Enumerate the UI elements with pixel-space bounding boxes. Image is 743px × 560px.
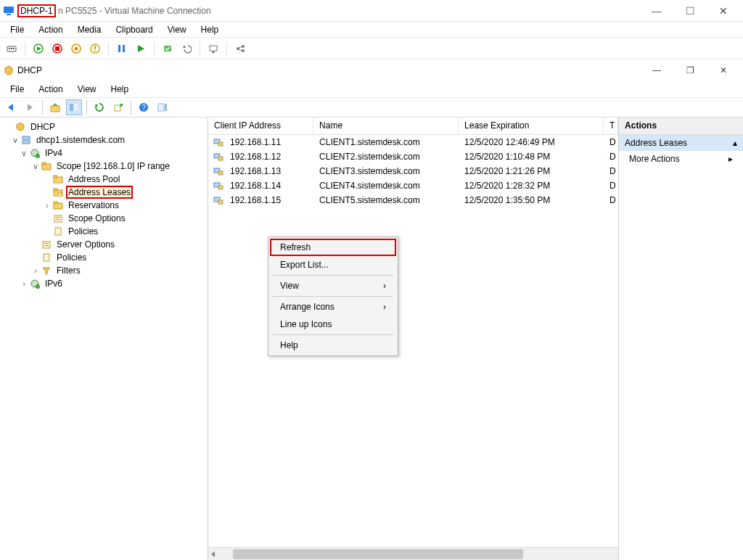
tree-address-leases[interactable]: Address Leases	[1, 186, 206, 199]
tree-pane[interactable]: DHCP ∨ dhcp1.sistemdesk.com ∨ IPv4 ∨ Sco…	[0, 118, 208, 560]
scroll-left-icon[interactable]	[208, 549, 218, 559]
scroll-thumb[interactable]	[233, 549, 523, 559]
cell-type: D	[604, 165, 618, 177]
cell-name: CLIENT5.sistemdesk.com	[313, 194, 459, 206]
ipv4-icon	[29, 147, 41, 159]
tree-server-options[interactable]: Server Options	[1, 238, 206, 251]
mmc-restore-button[interactable]: ❐	[673, 62, 707, 79]
vm-turnoff-icon[interactable]	[50, 41, 65, 56]
tree-filters[interactable]: › Filters	[1, 264, 206, 277]
show-hide-action-icon[interactable]	[155, 99, 171, 115]
svg-point-11	[75, 46, 78, 50]
svg-point-14	[94, 50, 96, 52]
tree-address-pool[interactable]: Address Pool	[1, 173, 206, 186]
horizontal-scrollbar[interactable]	[208, 547, 618, 560]
expander-icon[interactable]: ›	[42, 201, 52, 210]
svg-rect-15	[118, 45, 120, 52]
collapse-icon[interactable]: ▴	[733, 138, 737, 148]
expander-icon[interactable]: ∨	[30, 162, 41, 171]
col-lease-exp[interactable]: Lease Expiration	[459, 118, 604, 134]
ctx-lineup[interactable]: Line up Icons	[270, 316, 396, 333]
tree-policies-global[interactable]: Policies	[1, 251, 206, 264]
chevron-right-icon: ›	[383, 281, 386, 291]
refresh-icon[interactable]	[91, 99, 107, 115]
vm-revert-icon[interactable]	[179, 41, 194, 56]
svg-marker-28	[52, 103, 58, 106]
list-row[interactable]: 192.168.1.15CLIENT5.sistemdesk.com12/5/2…	[208, 193, 618, 207]
mmc-minimize-button[interactable]: —	[640, 62, 673, 79]
cell-name: CLIENT1.sistemdesk.com	[313, 136, 459, 148]
vm-reset-icon[interactable]	[134, 41, 148, 56]
cell-lease: 12/5/2020 1:21:26 PM	[459, 165, 604, 177]
list-row[interactable]: 192.168.1.11CLIENT1.sistemdesk.com12/5/2…	[208, 135, 618, 149]
actions-more[interactable]: More Actions ▸	[619, 151, 743, 167]
expander-icon[interactable]: ∨	[19, 149, 29, 158]
ctx-view[interactable]: View›	[270, 277, 396, 295]
vm-menu-view[interactable]: View	[162, 23, 192, 36]
mmc-menu-action[interactable]: Action	[33, 83, 68, 96]
vm-shutdown-icon[interactable]	[69, 41, 83, 56]
ctx-arrange[interactable]: Arrange Icons›	[270, 298, 396, 316]
col-name[interactable]: Name	[313, 118, 459, 134]
vm-start-icon[interactable]	[31, 41, 46, 56]
vm-checkpoint-icon[interactable]	[160, 41, 175, 56]
forward-icon[interactable]	[22, 99, 38, 115]
help-icon[interactable]: ?	[136, 99, 152, 115]
svg-rect-65	[218, 157, 223, 160]
vm-maximize-button[interactable]: ☐	[673, 0, 707, 22]
list-header: Client IP Address Name Lease Expiration …	[208, 118, 618, 135]
vm-minimize-button[interactable]: —	[640, 0, 673, 22]
expander-icon[interactable]: ∨	[10, 136, 20, 145]
tree-scope-options[interactable]: Scope Options	[1, 212, 206, 225]
col-type[interactable]: T	[604, 118, 618, 134]
vm-pause-icon[interactable]	[115, 41, 129, 56]
vm-menu-action[interactable]: Action	[33, 23, 68, 36]
up-icon[interactable]	[47, 99, 63, 115]
tree-server[interactable]: ∨ dhcp1.sistemdesk.com	[1, 133, 206, 147]
ctx-export[interactable]: Export List...	[270, 256, 396, 273]
lease-icon	[213, 165, 224, 177]
cell-ip: 192.168.1.11	[224, 136, 313, 148]
vm-menu-clipboard[interactable]: Clipboard	[110, 23, 158, 36]
list-row[interactable]: 192.168.1.13CLIENT3.sistemdesk.com12/5/2…	[208, 164, 618, 178]
expander-icon[interactable]: ›	[19, 279, 29, 288]
vm-save-icon[interactable]	[88, 41, 102, 56]
vm-enhanced-session-icon[interactable]	[206, 41, 221, 56]
ctx-help[interactable]: Help	[270, 337, 396, 354]
tree-policies[interactable]: Policies	[1, 225, 206, 238]
svg-rect-53	[56, 219, 60, 220]
mmc-menu-help[interactable]: Help	[105, 83, 135, 96]
vm-share-icon[interactable]	[233, 41, 247, 56]
mmc-menu-file[interactable]: File	[4, 83, 30, 96]
mmc-close-button[interactable]: ✕	[707, 62, 740, 79]
svg-rect-52	[56, 217, 60, 218]
tree-scope[interactable]: ∨ Scope [192.168.1.0] IP range	[1, 160, 206, 173]
tree-ipv4[interactable]: ∨ IPv4	[1, 147, 206, 160]
back-icon[interactable]	[3, 99, 19, 115]
vm-menu-media[interactable]: Media	[72, 23, 107, 36]
show-hide-tree-icon[interactable]	[66, 99, 82, 115]
vm-close-button[interactable]: ✕	[707, 0, 740, 22]
vm-ctrl-alt-del-icon[interactable]	[4, 41, 19, 56]
dhcp-app-icon	[3, 65, 15, 76]
actions-group[interactable]: Address Leases ▴	[619, 135, 743, 151]
list-row[interactable]: 192.168.1.14CLIENT4.sistemdesk.com12/5/2…	[208, 178, 618, 193]
mmc-menu-view[interactable]: View	[72, 83, 102, 96]
tree-root[interactable]: DHCP	[1, 120, 206, 133]
svg-rect-51	[54, 215, 62, 222]
export-icon[interactable]	[110, 99, 126, 115]
dhcp-root-icon	[15, 121, 26, 133]
col-client-ip[interactable]: Client IP Address	[208, 118, 313, 134]
expander-icon[interactable]: ›	[30, 266, 41, 275]
cell-name: CLIENT4.sistemdesk.com	[313, 180, 459, 192]
ctx-refresh[interactable]: Refresh	[270, 239, 396, 256]
vm-menu-help[interactable]: Help	[195, 23, 225, 36]
svg-rect-47	[54, 189, 57, 191]
tree-ipv6[interactable]: › IPv6	[1, 277, 206, 290]
svg-rect-55	[43, 242, 50, 248]
svg-marker-19	[183, 45, 186, 48]
vm-toolbar	[0, 38, 743, 59]
vm-menu-file[interactable]: File	[4, 23, 30, 36]
list-row[interactable]: 192.168.1.12CLIENT2.sistemdesk.com12/5/2…	[208, 149, 618, 164]
tree-reservations[interactable]: › Reservations	[1, 199, 206, 212]
